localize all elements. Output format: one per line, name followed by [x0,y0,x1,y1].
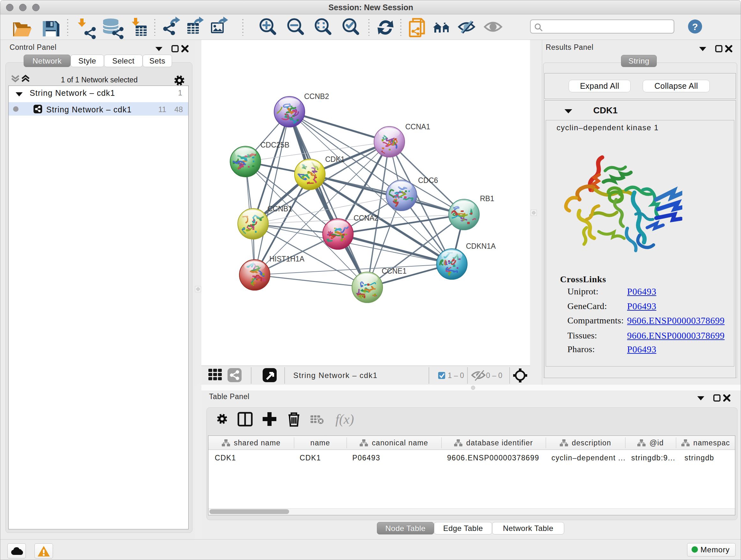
svg-text:HIST1H1A: HIST1H1A [269,255,305,263]
svg-text:CDKN1A: CDKN1A [466,242,496,250]
svg-text:CCNB1: CCNB1 [267,205,292,213]
svg-text:CDC6: CDC6 [418,176,438,185]
svg-text:CCNA2: CCNA2 [354,214,379,222]
svg-text:?: ? [692,21,698,32]
svg-text:CCNA1: CCNA1 [405,123,430,131]
svg-text:CCNE1: CCNE1 [382,267,407,275]
svg-text:CDK1: CDK1 [325,155,345,164]
svg-text:f(x): f(x) [335,412,354,427]
svg-text:CDC25B: CDC25B [260,141,289,149]
svg-text:CCNB2: CCNB2 [304,92,329,101]
svg-text:RB1: RB1 [480,194,494,203]
